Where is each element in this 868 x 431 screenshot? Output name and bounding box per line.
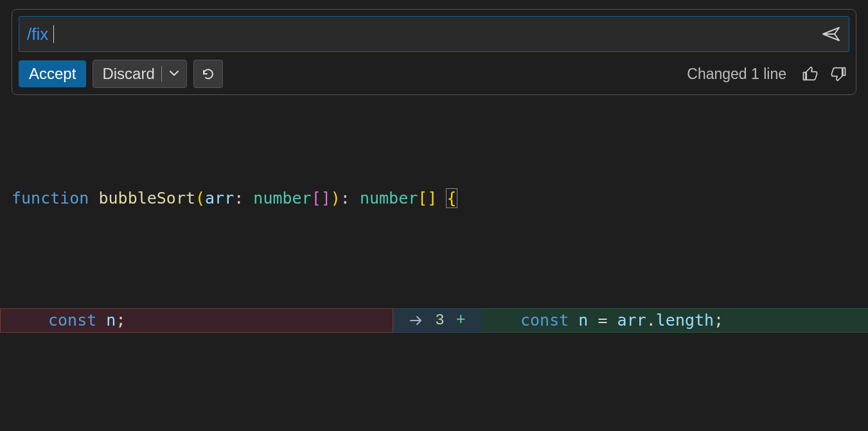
discard-label: Discard [102, 65, 154, 83]
diff-arrow[interactable]: 3+ [393, 308, 482, 333]
removed-code: const n; [0, 308, 393, 333]
action-bar: Accept Discard Changed 1 line [19, 60, 849, 88]
added-code: const n = arr.length; [482, 308, 868, 333]
thumbs-up-icon [801, 65, 819, 83]
command-input[interactable]: /fix [19, 16, 849, 52]
refresh-icon [201, 67, 215, 81]
separator [161, 66, 162, 82]
arrow-right-icon [409, 315, 423, 326]
code-line: function bubbleSort(arr: number[]): numb… [0, 186, 868, 211]
thumbs-down-icon [829, 65, 847, 83]
text-caret [53, 25, 54, 43]
chevron-down-icon[interactable] [168, 65, 180, 83]
command-input-text: /fix [27, 24, 822, 44]
diff-line: const n; 3+ const n = arr.length; [0, 308, 868, 333]
regenerate-button[interactable] [193, 60, 223, 88]
discard-button[interactable]: Discard [93, 60, 186, 88]
inline-chat-panel: /fix Accept Discard Changed 1 line [12, 9, 856, 95]
send-icon[interactable] [822, 26, 841, 42]
accept-button[interactable]: Accept [19, 60, 86, 87]
diff-plus: + [456, 308, 466, 333]
command-text: /fix [27, 24, 48, 44]
thumbs-down-button[interactable] [828, 63, 849, 85]
diff-line-number: 3 [435, 308, 444, 333]
code-editor[interactable]: function bubbleSort(arr: number[]): numb… [0, 113, 868, 431]
thumbs-up-button[interactable] [799, 63, 821, 85]
changed-lines-label: Changed 1 line [687, 66, 786, 83]
